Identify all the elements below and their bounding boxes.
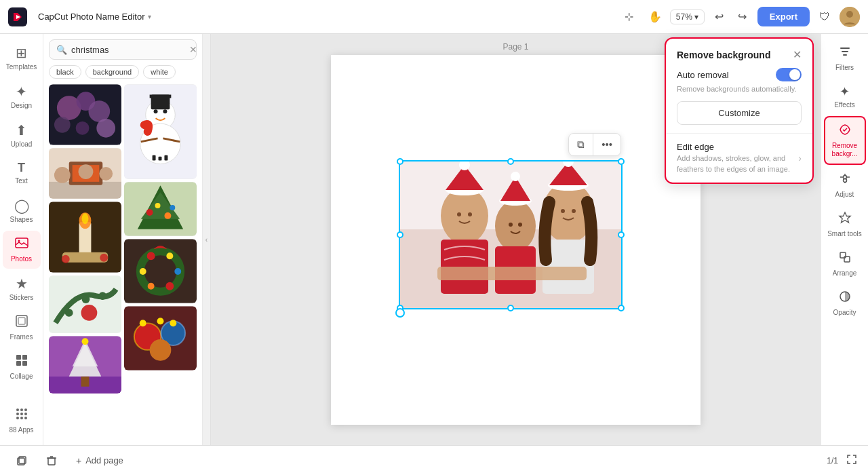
undo-button[interactable]: ↩: [709, 6, 730, 28]
photo-item-2[interactable]: [124, 84, 197, 179]
photo-item-9[interactable]: [49, 336, 121, 394]
sidebar-item-templates-label: Templates: [6, 63, 37, 71]
right-item-opacity[interactable]: Opacity: [824, 284, 866, 322]
stickers-icon: ★: [16, 276, 28, 292]
handle-top-mid[interactable]: [507, 158, 514, 165]
sidebar-item-photos[interactable]: Photos: [3, 231, 41, 269]
search-bar: 🔍 ✕: [49, 39, 197, 60]
svg-point-67: [155, 203, 161, 208]
sidebar-item-templates[interactable]: ⊞ Templates: [3, 39, 41, 77]
collapse-icon: ‹: [205, 236, 208, 244]
user-avatar[interactable]: [840, 7, 860, 27]
export-button[interactable]: Export: [757, 7, 810, 26]
svg-point-43: [82, 295, 90, 303]
app-name-text: CapCut Photo Name Editor: [38, 12, 145, 22]
smart-tools-label: Smart tools: [827, 230, 862, 238]
svg-marker-117: [840, 212, 850, 223]
tag-white[interactable]: white: [143, 65, 176, 79]
sidebar-item-shapes[interactable]: ◯ Shapes: [3, 192, 41, 229]
templates-icon: ⊞: [16, 45, 27, 61]
handle-mid-right[interactable]: [618, 231, 625, 238]
page-indicator: 1/1: [827, 456, 838, 466]
photo-item-4[interactable]: [124, 182, 197, 236]
right-item-arrange[interactable]: Arrange: [824, 245, 866, 283]
auto-removal-toggle[interactable]: [776, 68, 802, 81]
right-item-remove-bg[interactable]: Removebackgr...: [824, 116, 866, 165]
photo-item-8[interactable]: [124, 306, 197, 370]
sidebar-item-upload[interactable]: ⬆ Upload: [3, 117, 41, 154]
customize-button[interactable]: Customize: [677, 101, 802, 125]
page-label: Page 1: [502, 42, 528, 52]
effects-label: Effects: [834, 101, 854, 109]
selected-image-wrapper[interactable]: ⧉ •••: [399, 160, 623, 309]
sidebar-item-text-label: Text: [15, 177, 27, 185]
sidebar-item-frames[interactable]: Frames: [3, 309, 41, 347]
right-item-filters[interactable]: Filters: [824, 39, 866, 77]
photo-grid: [43, 84, 202, 445]
photo-item-6[interactable]: [124, 239, 197, 303]
search-icon: 🔍: [56, 45, 67, 55]
more-options-button[interactable]: •••: [593, 134, 620, 155]
photo-item-7[interactable]: [49, 276, 121, 333]
select-tool-button[interactable]: ⊹: [618, 6, 640, 28]
edit-edge-info: Edit edge Add shadows, strokes, glow, an…: [677, 142, 798, 174]
search-input[interactable]: [71, 45, 185, 55]
svg-point-68: [170, 205, 175, 210]
svg-point-82: [150, 339, 172, 361]
copy-page-button[interactable]: [11, 452, 33, 470]
svg-rect-59: [153, 155, 156, 161]
right-item-effects[interactable]: ✦ Effects: [824, 79, 866, 115]
sidebar-item-collage[interactable]: Collage: [3, 348, 41, 386]
auto-removal-desc: Remove backgrounds automatically.: [677, 84, 802, 94]
panel-collapse-handle[interactable]: ‹: [203, 34, 211, 445]
panel-close-button[interactable]: ✕: [793, 48, 802, 61]
svg-point-107: [561, 209, 565, 213]
tag-background[interactable]: background: [85, 65, 140, 79]
svg-point-73: [174, 268, 181, 275]
sidebar-item-design[interactable]: ✦ Design: [3, 78, 41, 115]
canvas-container[interactable]: ⧉ •••: [331, 55, 701, 425]
right-item-smart-tools[interactable]: Smart tools: [824, 206, 866, 244]
zoom-value: 57%: [676, 12, 692, 22]
auto-removal-label: Auto removal: [677, 70, 729, 80]
copy-button[interactable]: ⧉: [569, 134, 593, 155]
tag-black[interactable]: black: [49, 65, 81, 79]
zoom-selector[interactable]: 57% ▾: [670, 10, 705, 24]
delete-page-button[interactable]: [41, 452, 62, 470]
upload-icon: ⬆: [16, 122, 27, 138]
tags-row: black background white: [43, 65, 202, 84]
zoom-chevron-icon: ▾: [694, 12, 698, 22]
handle-top-left[interactable]: [397, 158, 403, 165]
sidebar-item-stickers[interactable]: ★ Stickers: [3, 270, 41, 307]
sidebar-item-shapes-label: Shapes: [10, 216, 33, 224]
photo-item-5[interactable]: [49, 202, 121, 273]
pan-tool-button[interactable]: ✋: [644, 6, 666, 28]
svg-point-103: [457, 212, 461, 216]
handle-bottom-right[interactable]: [618, 305, 625, 311]
apps-icon: [15, 407, 28, 424]
svg-point-31: [54, 167, 71, 183]
handle-rotate[interactable]: [395, 308, 405, 318]
edit-edge-row[interactable]: Edit edge Add shadows, strokes, glow, an…: [666, 134, 812, 183]
handle-mid-left[interactable]: [397, 231, 403, 238]
fullscreen-button[interactable]: [846, 454, 857, 468]
svg-point-42: [65, 309, 73, 317]
right-item-adjust[interactable]: Adjust: [824, 166, 866, 204]
filters-label: Filters: [835, 64, 854, 72]
redo-button[interactable]: ↪: [732, 6, 753, 28]
sidebar-item-apps[interactable]: 88 Apps: [3, 402, 41, 440]
svg-point-58: [163, 109, 167, 113]
svg-point-14: [16, 413, 19, 415]
add-page-button[interactable]: + Add page: [71, 452, 129, 470]
app-name-button[interactable]: CapCut Photo Name Editor ▾: [33, 9, 157, 24]
svg-point-84: [170, 320, 176, 326]
photo-item-3[interactable]: [49, 148, 121, 199]
svg-rect-60: [159, 157, 162, 161]
handle-top-right[interactable]: [618, 158, 625, 165]
topbar: CapCut Photo Name Editor ▾ ⊹ ✋ 57% ▾ ↩ ↪…: [0, 0, 868, 34]
photo-item-1[interactable]: [49, 84, 121, 145]
search-clear-button[interactable]: ✕: [189, 44, 197, 55]
svg-point-108: [572, 209, 576, 213]
sidebar-item-text[interactable]: T Text: [3, 155, 41, 191]
handle-bottom-mid[interactable]: [507, 305, 514, 311]
